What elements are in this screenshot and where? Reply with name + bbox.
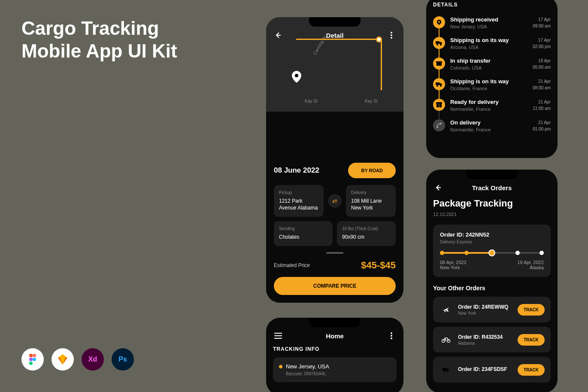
timeline-date: 17 Apr09:00 am [533, 16, 551, 29]
delivery-value: 108 Mill Lane New York [351, 198, 391, 212]
svg-point-17 [440, 85, 442, 87]
timeline-date: 18 Apr05:00 am [533, 58, 551, 70]
sending-card[interactable]: Sending Cholates [274, 221, 333, 246]
truck-icon [433, 78, 445, 90]
other-order-id: Order ID: 234FSDSF [458, 366, 512, 372]
svg-point-34 [391, 337, 392, 339]
svg-point-8 [391, 37, 392, 39]
from-date: 08 Apr, 2022 [440, 260, 467, 265]
notch [309, 17, 361, 27]
drag-handle[interactable] [326, 252, 343, 254]
svg-point-9 [295, 74, 298, 77]
other-order-card[interactable]: Order ID: R432534 Alabama TRACK [433, 327, 551, 352]
timeline-title: On delivery [450, 119, 527, 126]
bike-icon [439, 333, 453, 346]
svg-rect-13 [436, 62, 442, 66]
timeline-date: 21 Apr08:00 am [533, 78, 551, 91]
other-order-card[interactable]: Order ID: 24REWWQ New York TRACK [433, 297, 551, 322]
box-icon [433, 58, 445, 70]
progress-dot [440, 251, 444, 255]
photoshop-icon: Ps [112, 348, 134, 371]
timeline-title: Shipping received [450, 16, 527, 23]
notch [309, 318, 361, 327]
dims-value: 90x90 cm [342, 234, 391, 241]
header-title: Track Orders [443, 184, 540, 191]
order-id: Order ID: 242NN52 [440, 231, 544, 238]
title-area: Cargo Tracking Mobile App UI Kit [21, 17, 177, 63]
svg-point-27 [443, 371, 445, 372]
timeline-item[interactable]: Ready for delivery Normandie, France 21 … [433, 99, 551, 112]
map-pin-icon [292, 71, 301, 83]
pickup-value: 1212 Park Avenue Alabama [279, 198, 318, 212]
package-icon [433, 99, 445, 111]
details-heading: DETAILS [433, 2, 551, 13]
other-order-loc: New York [458, 311, 512, 316]
price-value: $45-$45 [361, 260, 396, 271]
phone-detail: Detail Canning St Kay St Kay St 08 June … [266, 17, 403, 303]
package-date: 12.10.2021 [433, 212, 551, 217]
dimensions-card[interactable]: 10 lbs (Thick Coat) 90x90 cm [337, 221, 396, 246]
timeline-title: Shipping is on its way [450, 78, 527, 85]
title-line-2: Mobile App UI Kit [21, 40, 177, 63]
delivery-card[interactable]: Delivery 108 Mill Lane New York [346, 185, 396, 217]
truck-icon [439, 363, 453, 377]
svg-point-12 [440, 44, 442, 46]
pickup-label: Pickup [279, 190, 318, 195]
menu-icon[interactable] [273, 331, 283, 341]
pickup-card[interactable]: Pickup 1212 Park Avenue Alabama [274, 185, 324, 217]
track-button[interactable]: TRACK [518, 364, 545, 376]
more-icon[interactable] [386, 30, 397, 40]
map-area[interactable]: Detail Canning St Kay St Kay St [266, 17, 403, 112]
timeline-item[interactable]: Shipping is on its way Arizona, USA 17 A… [433, 37, 551, 50]
current-order-card[interactable]: Order ID: 242NN52 Delivery Express 08 Ap… [433, 225, 551, 277]
back-icon[interactable] [273, 30, 283, 40]
progress-bar [440, 252, 544, 254]
track-button[interactable]: TRACK [518, 304, 545, 316]
date-text: 08 June 2022 [274, 166, 319, 175]
timeline-item[interactable]: In ship transfer Colorado, USA 18 Apr05:… [433, 58, 551, 70]
tracking-info-card[interactable]: New Jersey, USA Barcode: 098765A4L [273, 357, 397, 382]
tool-icons-row: Xd Ps [21, 348, 134, 371]
compare-price-button[interactable]: COMPARE PRICE [274, 277, 396, 295]
timeline-title: Shipping is on its way [450, 37, 527, 43]
timeline-item[interactable]: Shipping is on its way Occitanie, France… [433, 78, 551, 91]
svg-point-1 [33, 354, 36, 357]
street-label: Kay St [305, 99, 317, 103]
by-road-button[interactable]: BY ROAD [348, 163, 396, 178]
pin-icon [433, 16, 445, 28]
title-line-1: Cargo Tracking [21, 17, 177, 40]
plane-icon [439, 303, 453, 316]
street-label: Kay St [365, 99, 377, 103]
truck-icon [433, 37, 445, 49]
svg-point-0 [29, 354, 33, 357]
sending-value: Cholates [279, 234, 327, 241]
order-carrier: Delivery Express [440, 240, 544, 244]
barcode-text: Barcode: 098765A4L [286, 371, 391, 376]
swap-icon[interactable]: ⇄ [328, 194, 342, 208]
progress-dot [540, 251, 544, 255]
timeline-item[interactable]: On delivery Normandie, France 21 Apr01:0… [433, 119, 551, 132]
timeline-list: DETAILS Shipping received New Jersey, US… [426, 0, 558, 146]
timeline-item[interactable]: Shipping received New Jersey, USA 17 Apr… [433, 16, 551, 29]
tracking-info-heading: TRACKING INFO [266, 346, 403, 357]
back-icon[interactable] [433, 182, 443, 193]
timeline-sub: New Jersey, USA [450, 24, 527, 29]
other-order-loc: Alabama [458, 341, 512, 346]
more-icon[interactable] [386, 331, 397, 341]
svg-rect-14 [436, 61, 442, 63]
delivery-label: Delivery [351, 190, 391, 195]
svg-point-11 [436, 44, 438, 46]
to-date: 19 Apr, 2022 [517, 260, 544, 265]
header-title: Home [283, 332, 386, 340]
track-button[interactable]: TRACK [518, 334, 545, 346]
notch [466, 170, 518, 179]
location-dot-icon [279, 365, 282, 368]
other-order-card[interactable]: Order ID: 234FSDSF TRACK [433, 357, 551, 383]
other-order-id: Order ID: R432534 [458, 334, 512, 340]
svg-point-7 [391, 34, 392, 36]
package-tracking-title: Package Tracking [433, 198, 551, 209]
svg-point-2 [29, 358, 33, 361]
timeline-title: Ready for delivery [450, 99, 527, 105]
timeline-date: 21 Apr01:00 pm [533, 119, 551, 132]
dims-label: 10 lbs (Thick Coat) [342, 226, 391, 231]
